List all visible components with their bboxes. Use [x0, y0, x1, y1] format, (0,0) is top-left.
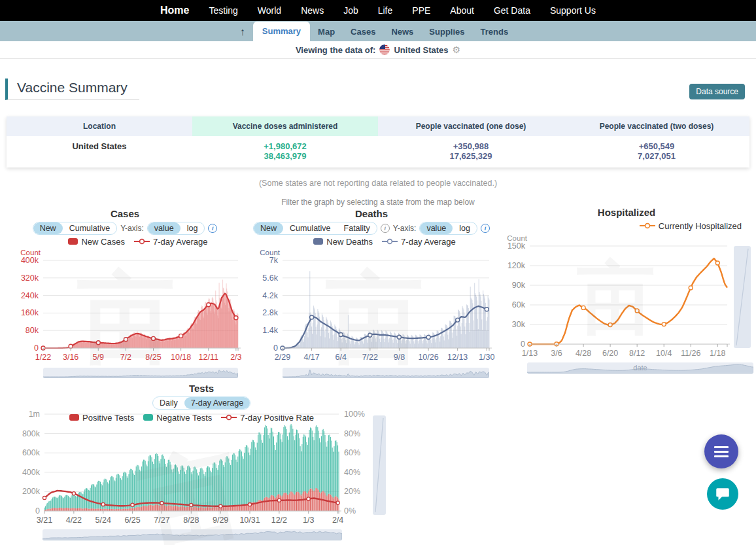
one-dose-delta: +350,988: [381, 141, 561, 151]
info-icon[interactable]: i: [481, 224, 490, 233]
nav-item-life[interactable]: Life: [378, 5, 393, 16]
tab-summary[interactable]: Summary: [253, 22, 310, 41]
vaccine-table-header: LocationVaccine doses administeredPeople…: [7, 116, 749, 136]
tab-map[interactable]: Map: [310, 23, 343, 41]
svg-text:4/22: 4/22: [66, 516, 82, 525]
svg-text:80%: 80%: [344, 429, 360, 438]
toggle-option-value[interactable]: value: [420, 222, 453, 234]
cases-chart-legend: New Cases7-day Average: [5, 236, 245, 247]
hospitalized-chart-card: Hospitalized Currently Hospitalized 150k…: [498, 207, 755, 374]
info-icon[interactable]: i: [208, 224, 217, 233]
toggle-option-log[interactable]: log: [453, 222, 477, 234]
deaths-chart-card: Deaths NewCumulativeFatalityiY-axis:valu…: [247, 208, 496, 378]
svg-text:160k: 160k: [21, 308, 39, 317]
svg-text:400k: 400k: [22, 468, 41, 477]
legend-item-new-cases[interactable]: New Cases: [68, 237, 124, 247]
svg-text:5/24: 5/24: [95, 516, 111, 525]
data-source-button[interactable]: Data source: [689, 84, 745, 99]
svg-text:2/4: 2/4: [332, 516, 343, 525]
svg-text:100%: 100%: [344, 410, 365, 419]
column-header-0: Location: [7, 116, 192, 136]
floating-menu-button[interactable]: [704, 434, 738, 468]
svg-text:40%: 40%: [344, 468, 360, 477]
legend-label: Positive Tests: [82, 413, 134, 423]
nav-item-home[interactable]: Home: [160, 5, 189, 16]
viewing-prefix: Viewing the data of:: [296, 45, 376, 55]
tab-supplies[interactable]: Supplies: [421, 23, 472, 41]
one-dose-total: 17,625,329: [381, 151, 561, 161]
legend-item-7-day-average[interactable]: 7-day Average: [382, 237, 456, 247]
svg-text:90k: 90k: [512, 281, 526, 290]
tests-chart-legend: Positive TestsNegative Tests7-day Positi…: [44, 412, 339, 423]
svg-text:10/26: 10/26: [418, 353, 438, 362]
legend-item-new-deaths[interactable]: New Deaths: [313, 237, 373, 247]
country-settings-gear-icon[interactable]: ⚙: [453, 44, 461, 55]
chat-bubble-icon: [714, 485, 731, 502]
toggle-option-new[interactable]: New: [254, 222, 283, 234]
hamburger-menu-icon: [714, 446, 729, 448]
floating-chat-button[interactable]: [707, 478, 738, 510]
legend-item-negative-tests[interactable]: Negative Tests: [143, 413, 212, 423]
hospitalized-yaxis-zoom-slider[interactable]: [734, 246, 751, 348]
legend-label: Currently Hospitalized: [659, 221, 742, 231]
toggle-option-daily[interactable]: Daily: [153, 397, 184, 409]
cases-datazoom-slider[interactable]: [43, 368, 238, 378]
hospitalized-chart-title: Hospitalized: [498, 207, 755, 220]
nav-item-support-us[interactable]: Support Us: [550, 5, 596, 16]
tests-chart-controls: Daily7-day Average: [5, 396, 398, 410]
svg-text:2.8k: 2.8k: [262, 308, 278, 317]
tab-trends[interactable]: Trends: [473, 23, 517, 41]
svg-text:20%: 20%: [344, 487, 360, 496]
nav-item-job[interactable]: Job: [343, 5, 358, 16]
svg-text:10/4: 10/4: [656, 349, 672, 358]
toggle-option-value[interactable]: value: [148, 222, 180, 234]
info-icon[interactable]: i: [381, 224, 390, 233]
svg-text:150k: 150k: [507, 241, 526, 251]
legend-swatch: [143, 414, 153, 421]
toggle-option-new[interactable]: New: [33, 222, 63, 234]
nav-item-testing[interactable]: Testing: [209, 5, 237, 16]
svg-text:8/25: 8/25: [145, 353, 161, 362]
deaths-datazoom-slider[interactable]: [283, 368, 489, 378]
nav-item-world[interactable]: World: [258, 5, 281, 16]
svg-text:3/16: 3/16: [63, 353, 78, 362]
legend-item-positive-tests[interactable]: Positive Tests: [69, 413, 134, 423]
tests-datazoom-slider[interactable]: [43, 529, 342, 540]
toggle-option-cumulative[interactable]: Cumulative: [283, 222, 337, 234]
svg-text:Count: Count: [20, 249, 41, 256]
collapse-up-arrow-icon[interactable]: ↑: [240, 26, 245, 38]
two-doses-total: 7,027,051: [566, 151, 747, 161]
svg-text:30k: 30k: [512, 320, 526, 329]
svg-text:0: 0: [521, 340, 525, 349]
legend-item-currently-hospitalized[interactable]: Currently Hospitalized: [640, 221, 742, 231]
vaccine-table-row: United States +1,980,672 38,463,979 +350…: [7, 136, 749, 167]
viewing-country: United States: [394, 45, 448, 55]
hospitalized-datazoom-slider[interactable]: date: [527, 362, 753, 374]
svg-text:4/17: 4/17: [303, 353, 319, 362]
svg-text:8/12: 8/12: [629, 349, 645, 358]
svg-text:60k: 60k: [512, 300, 526, 309]
toggle-option-7-day-average[interactable]: 7-day Average: [184, 397, 250, 409]
svg-text:240k: 240k: [21, 291, 39, 300]
cell-two-doses: +650,549 7,027,051: [564, 136, 749, 167]
svg-text:7/2: 7/2: [120, 353, 131, 362]
toggle-option-fatality[interactable]: Fatality: [337, 222, 377, 234]
legend-item-7-day-average[interactable]: 7-day Average: [134, 237, 208, 247]
tab-cases[interactable]: Cases: [343, 23, 383, 41]
tests-yaxis-zoom-slider[interactable]: [373, 415, 386, 515]
svg-text:80k: 80k: [26, 326, 39, 335]
toggle-option-log[interactable]: log: [180, 222, 205, 234]
nav-item-get-data[interactable]: Get Data: [494, 5, 530, 16]
tab-news[interactable]: News: [383, 23, 421, 41]
toggle-option-cumulative[interactable]: Cumulative: [63, 222, 117, 234]
nav-item-about[interactable]: About: [450, 5, 474, 16]
toggle-group-0: NewCumulative: [33, 222, 118, 235]
svg-text:Count: Count: [507, 234, 527, 242]
tests-chart-title: Tests: [5, 383, 398, 396]
legend-item-7-day-positive-rate[interactable]: 7-day Positive Rate: [221, 413, 314, 423]
svg-text:10/31: 10/31: [239, 516, 260, 525]
nav-item-ppe[interactable]: PPE: [412, 5, 430, 16]
cell-location: United States: [7, 136, 192, 167]
nav-item-news[interactable]: News: [301, 5, 324, 16]
svg-text:6/4: 6/4: [335, 353, 347, 362]
